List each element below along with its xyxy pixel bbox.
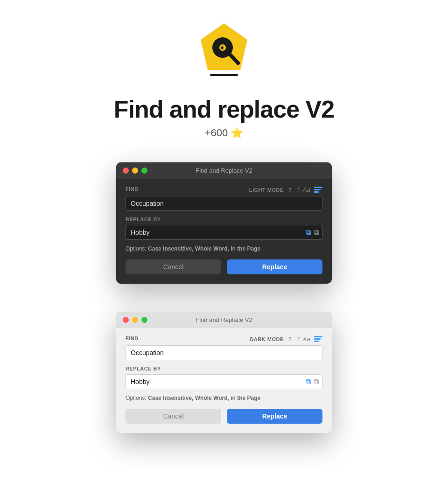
minimize-button-light[interactable] bbox=[132, 317, 138, 323]
titlebar-title-dark: Find and Replace V2 bbox=[196, 167, 252, 174]
find-input-dark[interactable] bbox=[126, 196, 322, 211]
regex-icon-dark[interactable]: .* bbox=[296, 187, 299, 193]
find-input-light[interactable] bbox=[126, 345, 322, 360]
case-icon-light[interactable]: Aa bbox=[303, 335, 310, 342]
regex-icon-light[interactable]: .* bbox=[296, 336, 299, 342]
titlebar-title-light: Find and Replace V2 bbox=[196, 316, 252, 323]
window-controls-light bbox=[123, 317, 147, 323]
app-stars: +600 ⭐ bbox=[205, 127, 244, 139]
replace-label-dark: REPLACE BY bbox=[126, 217, 161, 222]
minimize-button-dark[interactable] bbox=[132, 168, 138, 174]
replace-row-label-light: REPLACE BY bbox=[126, 366, 322, 371]
find-label-dark: FIND bbox=[126, 186, 139, 192]
dialog-light: Find and Replace V2 FIND DARK MODE ? .* … bbox=[116, 312, 332, 433]
mode-controls-dark: LIGHT MODE ? .* Aa bbox=[249, 186, 322, 193]
mode-label-light: DARK MODE bbox=[250, 336, 283, 342]
dialog-content-light: FIND DARK MODE ? .* Aa REPLACE BY bbox=[116, 328, 332, 433]
replace-input-dark[interactable] bbox=[126, 225, 322, 240]
replace-button-dark[interactable]: Replace bbox=[227, 259, 322, 274]
copy-inactive-icon-dark[interactable]: ⧉ bbox=[314, 228, 319, 237]
options-text-dark: Options: Case Insensitive, Whole Word, i… bbox=[126, 245, 322, 252]
help-icon-light[interactable]: ? bbox=[288, 336, 292, 342]
help-icon-dark[interactable]: ? bbox=[288, 187, 292, 193]
replace-input-light[interactable] bbox=[126, 374, 322, 389]
mode-label-dark: LIGHT MODE bbox=[249, 187, 284, 193]
find-row-light: FIND DARK MODE ? .* Aa bbox=[126, 335, 322, 342]
replace-button-light[interactable]: Replace bbox=[227, 409, 322, 424]
replace-field-light: ⧉ ⧉ bbox=[126, 374, 322, 389]
replace-row-label-dark: REPLACE BY bbox=[126, 217, 322, 222]
lines-icon-light[interactable] bbox=[314, 336, 322, 342]
app-logo bbox=[196, 19, 252, 86]
maximize-button-light[interactable] bbox=[141, 317, 147, 323]
toolbar-icons-light: .* Aa bbox=[296, 335, 322, 342]
dialog-dark: Find and Replace V2 FIND LIGHT MODE ? .*… bbox=[116, 162, 332, 284]
replace-label-light: REPLACE BY bbox=[126, 366, 161, 371]
window-controls-dark bbox=[123, 168, 147, 174]
app-title: Find and replace V2 bbox=[114, 95, 334, 123]
dialog-content-dark: FIND LIGHT MODE ? .* Aa REPLACE BY bbox=[116, 179, 332, 284]
svg-rect-4 bbox=[210, 74, 238, 76]
copy-active-icon-dark[interactable]: ⧉ bbox=[306, 228, 311, 237]
options-values-dark: Case Insensitive, Whole Word, in the Pag… bbox=[148, 245, 260, 252]
options-text-light: Options: Case Insensitive, Whole Word, i… bbox=[126, 395, 322, 401]
copy-icons-light: ⧉ ⧉ bbox=[306, 377, 319, 386]
mode-controls-light: DARK MODE ? .* Aa bbox=[250, 335, 322, 342]
case-icon-dark[interactable]: Aa bbox=[303, 186, 310, 193]
cancel-button-dark[interactable]: Cancel bbox=[126, 259, 221, 274]
titlebar-light: Find and Replace V2 bbox=[116, 312, 332, 328]
cancel-button-light[interactable]: Cancel bbox=[126, 409, 221, 424]
copy-icons-dark: ⧉ ⧉ bbox=[306, 228, 319, 237]
button-row-dark: Cancel Replace bbox=[126, 259, 322, 274]
find-row-dark: FIND LIGHT MODE ? .* Aa bbox=[126, 186, 322, 193]
copy-inactive-icon-light[interactable]: ⧉ bbox=[314, 377, 319, 386]
options-label-light: Options: bbox=[126, 395, 147, 401]
close-button-dark[interactable] bbox=[123, 168, 129, 174]
replace-field-dark: ⧉ ⧉ bbox=[126, 225, 322, 240]
lines-icon-dark[interactable] bbox=[314, 187, 322, 193]
button-row-light: Cancel Replace bbox=[126, 409, 322, 424]
titlebar-dark: Find and Replace V2 bbox=[116, 162, 332, 179]
close-button-light[interactable] bbox=[123, 317, 129, 323]
toolbar-icons-dark: .* Aa bbox=[296, 186, 322, 193]
maximize-button-dark[interactable] bbox=[141, 168, 147, 174]
options-label-dark: Options: bbox=[126, 245, 147, 252]
copy-active-icon-light[interactable]: ⧉ bbox=[306, 377, 311, 386]
find-label-light: FIND bbox=[126, 335, 139, 341]
options-values-light: Case Insensitive, Whole Word, in the Pag… bbox=[148, 395, 260, 401]
